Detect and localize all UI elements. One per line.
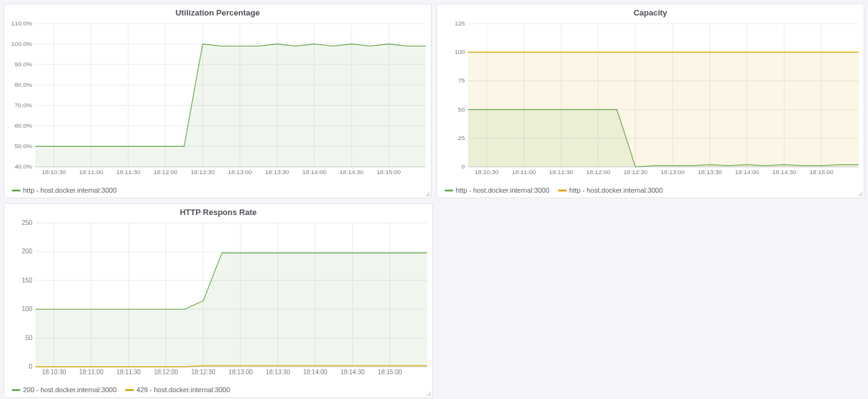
chart-area[interactable]: 025507510012518:10:3018:11:0018:11:3018:…	[437, 19, 864, 184]
panel-title: Utilization Percentage	[4, 4, 431, 19]
panel-http-response-rate[interactable]: HTTP Respons Rate 05010015020025018:10:3…	[4, 203, 433, 398]
svg-text:100: 100	[22, 305, 32, 312]
legend-item[interactable]: 429 - host.docker.internal:3000	[125, 386, 230, 393]
svg-text:18:11:00: 18:11:00	[512, 169, 536, 175]
svg-text:150: 150	[22, 277, 32, 284]
legend-label: http - host.docker.internal:3000	[569, 186, 663, 194]
legend-item[interactable]: http - host.docker.internal:3000	[12, 186, 117, 194]
svg-text:18:10:30: 18:10:30	[474, 169, 498, 175]
legend: 200 - host.docker.internal:3000 429 - ho…	[4, 384, 432, 397]
legend-swatch-icon	[12, 190, 20, 191]
svg-text:100: 100	[454, 48, 465, 55]
chart-area[interactable]: 40.0%50.0%60.0%70.0%80.0%90.0%100.0%110.…	[4, 19, 431, 184]
svg-text:50: 50	[25, 335, 33, 341]
panel-title: HTTP Respons Rate	[4, 204, 432, 218]
svg-text:18:15:00: 18:15:00	[378, 369, 402, 375]
svg-text:80.0%: 80.0%	[15, 81, 32, 88]
svg-text:0: 0	[461, 163, 465, 170]
legend-item[interactable]: 200 - host.docker.internal:3000	[12, 386, 117, 393]
legend: http - host.docker.internal:3000 http - …	[437, 184, 864, 198]
legend-swatch-icon	[125, 389, 134, 391]
legend-item[interactable]: http - host.docker.internal:3000	[445, 186, 549, 194]
svg-text:18:14:30: 18:14:30	[773, 169, 797, 175]
svg-text:200: 200	[22, 248, 32, 255]
row-bottom: HTTP Respons Rate 05010015020025018:10:3…	[4, 203, 864, 398]
svg-text:250: 250	[22, 219, 32, 226]
svg-text:40.0%: 40.0%	[15, 163, 32, 170]
svg-text:18:13:30: 18:13:30	[266, 369, 290, 375]
svg-text:100.0%: 100.0%	[11, 40, 32, 47]
legend-item[interactable]: http - host.docker.internal:3000	[558, 186, 663, 194]
legend-label: http - host.docker.internal:3000	[456, 186, 549, 194]
legend-label: 200 - host.docker.internal:3000	[23, 386, 117, 393]
svg-text:18:15:00: 18:15:00	[377, 169, 401, 175]
svg-text:18:15:00: 18:15:00	[810, 169, 834, 175]
svg-text:18:13:30: 18:13:30	[698, 169, 722, 175]
svg-text:18:11:00: 18:11:00	[79, 169, 103, 175]
svg-text:18:11:30: 18:11:30	[549, 169, 573, 175]
resize-handle-icon[interactable]	[425, 191, 430, 196]
svg-text:18:10:30: 18:10:30	[42, 169, 66, 175]
svg-text:18:12:00: 18:12:00	[586, 169, 610, 175]
svg-text:18:11:00: 18:11:00	[79, 369, 104, 375]
svg-text:18:14:30: 18:14:30	[340, 169, 364, 175]
dashboard: Utilization Percentage 40.0%50.0%60.0%70…	[0, 0, 868, 399]
svg-text:18:11:30: 18:11:30	[116, 169, 140, 175]
svg-text:18:11:30: 18:11:30	[117, 369, 141, 375]
legend-label: http - host.docker.internal:3000	[23, 186, 117, 194]
svg-text:60.0%: 60.0%	[15, 122, 32, 129]
svg-text:18:14:30: 18:14:30	[340, 369, 365, 375]
svg-text:18:13:00: 18:13:00	[229, 369, 253, 375]
panel-utilization[interactable]: Utilization Percentage 40.0%50.0%60.0%70…	[4, 4, 432, 198]
svg-text:0: 0	[29, 363, 32, 370]
svg-text:70.0%: 70.0%	[15, 102, 32, 108]
svg-text:18:10:30: 18:10:30	[42, 369, 66, 375]
resize-handle-icon[interactable]	[857, 191, 862, 196]
svg-text:18:13:00: 18:13:00	[228, 169, 252, 175]
panel-capacity[interactable]: Capacity 025507510012518:10:3018:11:0018…	[436, 4, 864, 198]
row-top: Utilization Percentage 40.0%50.0%60.0%70…	[4, 4, 864, 198]
svg-text:75: 75	[458, 77, 466, 84]
chart-area[interactable]: 05010015020025018:10:3018:11:0018:11:301…	[4, 218, 432, 384]
svg-text:18:14:00: 18:14:00	[735, 169, 760, 175]
resize-handle-icon[interactable]	[426, 391, 431, 396]
svg-text:25: 25	[458, 134, 466, 141]
svg-text:110.0%: 110.0%	[11, 20, 32, 27]
panel-title: Capacity	[437, 4, 864, 19]
svg-text:18:12:00: 18:12:00	[153, 169, 177, 175]
svg-text:125: 125	[454, 20, 465, 27]
svg-text:18:14:00: 18:14:00	[303, 169, 327, 175]
svg-text:18:14:00: 18:14:00	[303, 369, 327, 375]
svg-text:50: 50	[458, 106, 466, 113]
svg-text:18:13:30: 18:13:30	[265, 169, 290, 175]
svg-text:18:12:00: 18:12:00	[154, 369, 178, 375]
svg-text:18:12:30: 18:12:30	[191, 369, 215, 375]
svg-text:18:12:30: 18:12:30	[191, 169, 215, 175]
legend-swatch-icon	[445, 190, 453, 191]
legend-swatch-icon	[558, 190, 567, 191]
svg-text:18:12:30: 18:12:30	[624, 169, 648, 175]
legend: http - host.docker.internal:3000	[4, 184, 431, 198]
legend-swatch-icon	[12, 389, 20, 391]
legend-label: 429 - host.docker.internal:3000	[136, 386, 230, 393]
svg-text:90.0%: 90.0%	[15, 61, 32, 68]
svg-text:50.0%: 50.0%	[15, 142, 32, 149]
svg-text:18:13:00: 18:13:00	[661, 169, 685, 175]
